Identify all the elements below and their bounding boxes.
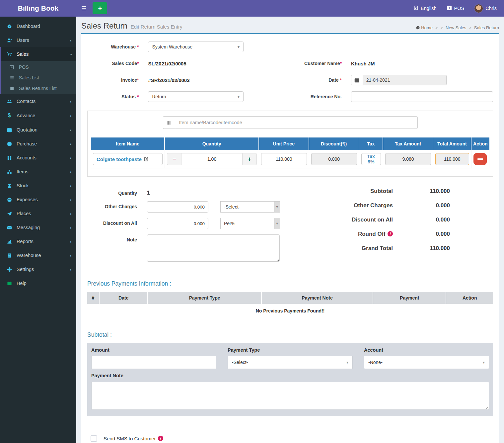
note-textarea[interactable] bbox=[147, 234, 280, 262]
barcode-icon bbox=[163, 116, 175, 129]
column-header-date: Date bbox=[100, 292, 148, 304]
sidebar-item-settings[interactable]: Settings ‹ bbox=[0, 262, 76, 276]
sidebar-item-reports[interactable]: Reports ‹ bbox=[0, 234, 76, 248]
item-search-input[interactable] bbox=[175, 116, 418, 129]
customer-name-label: Customer Name* bbox=[290, 61, 351, 66]
warehouse-select[interactable]: System Warehouse▼ bbox=[148, 42, 244, 52]
tax-cell[interactable]: Tax 9% bbox=[361, 153, 381, 165]
sales-return-form: Warehouse * System Warehouse▼ Sales Code… bbox=[81, 33, 499, 443]
column-header-payment-note: Payment Note bbox=[262, 292, 373, 304]
sidebar-item-items[interactable]: Items ‹ bbox=[0, 165, 76, 179]
account-select[interactable]: -None-▼ bbox=[364, 356, 489, 369]
chevron-left-icon: ‹ bbox=[70, 141, 71, 146]
other-charges-select[interactable]: -Select-∨ bbox=[220, 201, 280, 213]
previous-payments-title: Previous Payments Information : bbox=[87, 280, 493, 287]
remove-row-button[interactable] bbox=[473, 153, 487, 165]
items-table: Item Name Quantity Unit Price Discount(₹… bbox=[91, 137, 489, 168]
chevron-left-icon: ‹ bbox=[70, 211, 71, 216]
discount-total-value: 0.000 bbox=[393, 217, 450, 223]
calendar-icon bbox=[351, 75, 363, 85]
column-header-tax: Tax bbox=[359, 137, 383, 150]
column-header-unit-price: Unit Price bbox=[259, 137, 309, 150]
gears-icon bbox=[6, 267, 13, 272]
discount-on-all-input[interactable] bbox=[147, 218, 208, 229]
other-charges-total-label: Other Charges bbox=[354, 202, 393, 209]
top-navbar: Billing Book ☰ + English POS Chris bbox=[0, 0, 504, 17]
sidebar-item-purchase[interactable]: Purchase ‹ bbox=[0, 137, 76, 151]
info-icon[interactable]: i bbox=[388, 231, 393, 236]
previous-payments-table: # Date Payment Type Payment Note Payment… bbox=[87, 292, 493, 318]
breadcrumb-separator: > bbox=[435, 25, 438, 30]
chevron-down-icon: ▼ bbox=[237, 95, 241, 99]
sidebar-toggle-icon[interactable]: ☰ bbox=[76, 0, 91, 17]
amount-input[interactable] bbox=[91, 356, 216, 369]
total-amount-input bbox=[435, 153, 469, 165]
sidebar-item-warehouse[interactable]: Warehouse ‹ bbox=[0, 248, 76, 262]
chevron-left-icon: ‹ bbox=[70, 128, 71, 133]
item-name-link[interactable]: Colgate toothpaste bbox=[97, 156, 142, 162]
sidebar-item-expenses[interactable]: Expenses ‹ bbox=[0, 193, 76, 207]
unit-price-input[interactable] bbox=[261, 153, 307, 165]
user-avatar bbox=[474, 4, 483, 13]
sidebar-item-sales-list[interactable]: Sales List bbox=[1, 72, 76, 83]
username: Chris bbox=[485, 6, 497, 11]
payment-note-textarea[interactable] bbox=[91, 382, 489, 410]
language-icon bbox=[413, 5, 418, 11]
column-header-number: # bbox=[87, 292, 100, 304]
payment-type-select[interactable]: -Select-▼ bbox=[228, 356, 353, 369]
send-sms-checkbox[interactable] bbox=[91, 435, 97, 442]
sidebar-item-places[interactable]: Places ‹ bbox=[0, 207, 76, 221]
reference-label: Reference No. bbox=[290, 94, 351, 99]
sidebar-item-help[interactable]: Help bbox=[0, 276, 76, 290]
sidebar-item-pos[interactable]: POS bbox=[1, 62, 76, 72]
other-charges-label: Other Charges bbox=[87, 201, 147, 213]
quantity-input[interactable] bbox=[181, 153, 242, 165]
other-charges-input[interactable] bbox=[147, 201, 208, 213]
other-charges-total-value: 0.000 bbox=[393, 202, 450, 209]
discount-on-all-select[interactable]: Per%∨ bbox=[220, 218, 280, 229]
sidebar-item-users[interactable]: Users ‹ bbox=[0, 33, 76, 47]
breadcrumb-home[interactable]: Home bbox=[416, 25, 433, 30]
subtotal-value: 110.000 bbox=[393, 188, 450, 195]
user-plus-icon bbox=[6, 38, 13, 43]
pos-shortcut[interactable]: POS bbox=[447, 5, 465, 12]
pos-plus-icon bbox=[447, 5, 452, 12]
sidebar-item-dashboard[interactable]: Dashboard bbox=[0, 19, 76, 33]
round-off-label: Round Offi bbox=[358, 231, 393, 237]
chevron-left-icon: ‹ bbox=[70, 267, 71, 272]
hourglass-icon bbox=[6, 183, 13, 188]
page-subtitle: Edit Return Sales Entry bbox=[131, 24, 182, 30]
quantity-decrease-button[interactable]: − bbox=[167, 153, 181, 165]
info-icon[interactable]: i bbox=[158, 436, 163, 441]
status-select[interactable]: Return▼ bbox=[148, 91, 244, 102]
sidebar-item-messaging[interactable]: Messaging ‹ bbox=[0, 221, 76, 234]
table-row: Colgate toothpaste − + bbox=[91, 150, 489, 168]
sales-code-label: Sales Code* bbox=[87, 61, 148, 66]
sidebar-item-sales-returns-list[interactable]: Sales Returns List bbox=[1, 83, 76, 94]
language-menu[interactable]: English bbox=[413, 5, 437, 11]
book-icon bbox=[6, 281, 13, 286]
date-input[interactable] bbox=[363, 75, 447, 85]
sidebar-item-sales[interactable]: Sales ‹ bbox=[1, 47, 76, 61]
app-logo[interactable]: Billing Book bbox=[0, 0, 76, 17]
quantity-increase-button[interactable]: + bbox=[242, 153, 257, 165]
breadcrumb-new-sales[interactable]: New Sales bbox=[446, 25, 466, 30]
sales-submenu: POS Sales List Sales Returns List bbox=[1, 61, 76, 94]
edit-icon[interactable] bbox=[144, 157, 149, 161]
minus-icon bbox=[477, 158, 483, 160]
home-icon bbox=[416, 26, 420, 30]
sidebar-item-advance[interactable]: $ Advance ‹ bbox=[0, 108, 76, 123]
sidebar-item-contacts[interactable]: Contacts ‹ bbox=[0, 94, 76, 108]
reference-input[interactable] bbox=[351, 91, 493, 102]
user-menu[interactable]: Chris bbox=[474, 4, 497, 13]
breadcrumb-separator: > bbox=[469, 25, 471, 30]
quick-add-button[interactable]: + bbox=[93, 2, 107, 14]
pos-label: POS bbox=[454, 6, 465, 11]
invoice-value: #SR/2021/02/0003 bbox=[148, 77, 189, 83]
sidebar-item-quotation[interactable]: Quotation ‹ bbox=[0, 123, 76, 137]
column-header-tax-amount: Tax Amount bbox=[383, 137, 433, 150]
sidebar-item-stock[interactable]: Stock ‹ bbox=[0, 179, 76, 193]
plus-square-icon bbox=[8, 65, 15, 70]
sidebar-item-accounts[interactable]: Accounts ‹ bbox=[0, 151, 76, 165]
cart-icon bbox=[6, 52, 13, 57]
